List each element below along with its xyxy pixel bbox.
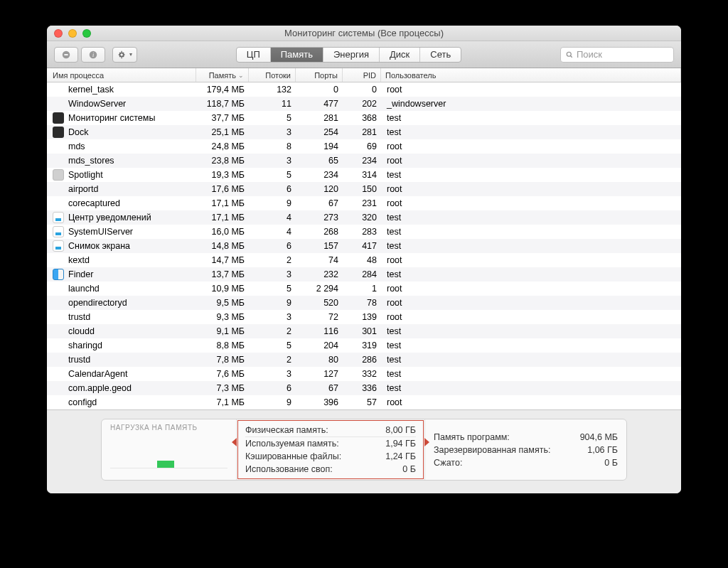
table-row[interactable]: cloudd9,1 МБ2116301test	[47, 324, 681, 338]
table-row[interactable]: WindowServer118,7 МБ11477202_windowserve…	[47, 97, 681, 111]
app-icon	[53, 269, 64, 280]
app-icon	[53, 212, 64, 223]
process-ports: 65	[296, 154, 343, 168]
table-row[interactable]: SystemUIServer16,0 МБ4268283test	[47, 225, 681, 239]
tab-cpu[interactable]: ЦП	[237, 48, 271, 62]
table-row[interactable]: kextd14,7 МБ27448root	[47, 253, 681, 267]
process-pid: 417	[343, 239, 381, 253]
process-threads: 11	[249, 97, 296, 111]
gear-icon	[117, 50, 127, 60]
process-memory: 7,1 МБ	[196, 395, 249, 409]
process-ports: 254	[296, 125, 343, 139]
process-user: root	[381, 253, 681, 267]
zoom-icon[interactable]	[82, 29, 91, 38]
process-ports: 281	[296, 111, 343, 125]
process-threads: 5	[249, 168, 296, 182]
process-ports: 120	[296, 182, 343, 196]
process-name: trustd	[68, 312, 90, 322]
process-table-body[interactable]: kernel_task179,4 МБ13200rootWindowServer…	[47, 82, 681, 409]
process-name: airportd	[68, 184, 98, 194]
process-name: mds	[68, 141, 85, 151]
close-icon[interactable]	[54, 29, 63, 38]
search-input[interactable]: Поиск	[560, 47, 674, 63]
svg-rect-1	[64, 54, 68, 55]
tab-memory[interactable]: Память	[271, 48, 323, 62]
titlebar[interactable]: Мониторинг системы (Все процессы)	[47, 26, 681, 41]
process-pid: 202	[343, 97, 381, 111]
tab-energy[interactable]: Энергия	[323, 48, 380, 62]
table-row[interactable]: mds_stores23,8 МБ365234root	[47, 154, 681, 168]
col-header-name[interactable]: Имя процесса	[47, 68, 196, 82]
process-pid: 320	[343, 210, 381, 225]
process-ports: 520	[296, 296, 343, 310]
table-row[interactable]: launchd10,9 МБ52 2941root	[47, 282, 681, 296]
table-row[interactable]: Dock25,1 МБ3254281test	[47, 125, 681, 139]
process-memory: 9,1 МБ	[196, 324, 249, 338]
table-row[interactable]: kernel_task179,4 МБ13200root	[47, 82, 681, 97]
process-threads: 5	[249, 282, 296, 296]
process-user: root	[381, 310, 681, 324]
memory-pressure-title: НАГРУЗКА НА ПАМЯТЬ	[110, 424, 228, 432]
process-ports: 127	[296, 367, 343, 381]
process-ports: 67	[296, 196, 343, 210]
search-placeholder: Поиск	[577, 49, 602, 60]
process-user: root	[381, 139, 681, 154]
process-threads: 5	[249, 338, 296, 353]
table-row[interactable]: Spotlight19,3 МБ5234314test	[47, 168, 681, 182]
process-name: kextd	[68, 255, 90, 265]
process-ports: 204	[296, 338, 343, 353]
table-row[interactable]: mds24,8 МБ819469root	[47, 139, 681, 154]
process-name: Мониторинг системы	[68, 113, 155, 123]
col-header-ports[interactable]: Порты	[296, 68, 343, 82]
table-row[interactable]: Снимок экрана14,8 МБ6157417test	[47, 239, 681, 253]
tab-disk[interactable]: Диск	[380, 48, 420, 62]
process-pid: 332	[343, 367, 381, 381]
process-memory: 37,7 МБ	[196, 111, 249, 125]
process-name: mds_stores	[68, 156, 114, 166]
table-row[interactable]: com.apple.geod7,3 МБ667336test	[47, 381, 681, 395]
process-name: cloudd	[68, 326, 95, 336]
process-ports: 67	[296, 381, 343, 395]
col-header-user[interactable]: Пользователь	[381, 68, 681, 82]
table-row[interactable]: opendirectoryd9,5 МБ952078root	[47, 296, 681, 310]
table-row[interactable]: Центр уведомлений17,1 МБ4273320test	[47, 210, 681, 225]
table-row[interactable]: corecaptured17,1 МБ967231root	[47, 196, 681, 210]
col-header-pid[interactable]: PID	[343, 68, 381, 82]
table-row[interactable]: configd7,1 МБ939657root	[47, 395, 681, 409]
process-threads: 2	[249, 324, 296, 338]
svg-point-5	[567, 52, 571, 56]
process-threads: 3	[249, 267, 296, 282]
process-memory: 19,3 МБ	[196, 168, 249, 182]
table-row[interactable]: sharingd8,8 МБ5204319test	[47, 338, 681, 353]
stop-icon	[61, 50, 71, 60]
svg-line-6	[571, 55, 572, 57]
process-pid: 69	[343, 139, 381, 154]
table-row[interactable]: Мониторинг системы37,7 МБ5281368test	[47, 111, 681, 125]
toolbar: i ▾ ЦП Память Энергия Диск Сеть Поиск	[47, 41, 681, 68]
col-header-threads[interactable]: Потоки	[249, 68, 296, 82]
process-user: root	[381, 282, 681, 296]
tab-network[interactable]: Сеть	[420, 48, 461, 62]
app-icon	[53, 112, 64, 124]
settings-button[interactable]: ▾	[112, 47, 137, 63]
stop-process-button[interactable]	[54, 47, 78, 63]
col-header-memory[interactable]: Память⌄	[196, 68, 249, 82]
process-pid: 234	[343, 154, 381, 168]
process-user: test	[381, 338, 681, 353]
traffic-lights	[54, 29, 91, 38]
process-memory: 7,8 МБ	[196, 353, 249, 367]
table-row[interactable]: trustd7,8 МБ280286test	[47, 353, 681, 367]
process-threads: 2	[249, 353, 296, 367]
table-row[interactable]: airportd17,6 МБ6120150root	[47, 182, 681, 196]
minimize-icon[interactable]	[68, 29, 77, 38]
table-row[interactable]: trustd9,3 МБ372139root	[47, 310, 681, 324]
sort-desc-icon: ⌄	[238, 72, 244, 79]
table-row[interactable]: Finder13,7 МБ3232284test	[47, 267, 681, 282]
process-name: Dock	[68, 127, 88, 137]
process-name: opendirectoryd	[68, 298, 127, 308]
process-user: _windowserver	[381, 97, 681, 111]
process-name: com.apple.geod	[68, 383, 132, 393]
process-pid: 314	[343, 168, 381, 182]
info-button[interactable]: i	[81, 47, 105, 63]
table-row[interactable]: CalendarAgent7,6 МБ3127332test	[47, 367, 681, 381]
